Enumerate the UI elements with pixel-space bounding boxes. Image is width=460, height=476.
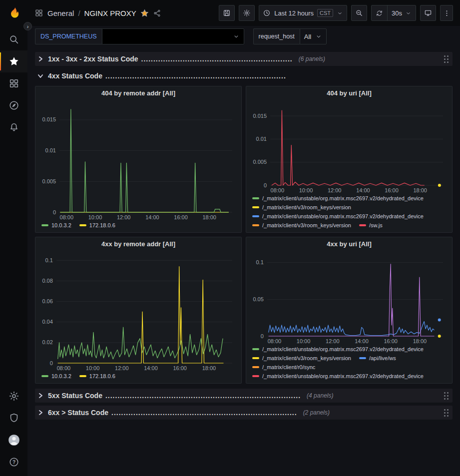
svg-text:0.01: 0.01 bbox=[256, 136, 267, 142]
sidebar-item-alerting[interactable] bbox=[0, 116, 27, 138]
row-6xx[interactable]: 6xx > Status Code ......................… bbox=[35, 406, 453, 420]
legend-series-marker bbox=[252, 206, 259, 208]
more-options-button[interactable] bbox=[440, 5, 453, 21]
legend-item[interactable]: /_matrix/client/r0/sync bbox=[252, 364, 315, 370]
legend-series-label: 10.0.3.2 bbox=[51, 222, 71, 228]
sidebar-item-profile[interactable] bbox=[0, 429, 27, 451]
chart-404-by-uri[interactable]: 00.0050.010.01508:0010:0012:0014:0016:00… bbox=[248, 99, 450, 194]
chevron-down-icon bbox=[405, 10, 412, 16]
sidebar-item-dashboards[interactable] bbox=[0, 72, 27, 94]
kiosk-mode-button[interactable] bbox=[420, 5, 436, 21]
refresh-interval-dropdown[interactable]: 30s bbox=[387, 5, 416, 20]
search-icon bbox=[8, 34, 19, 45]
legend-series-marker bbox=[252, 215, 259, 217]
star-icon bbox=[8, 56, 19, 67]
share-icon[interactable] bbox=[153, 9, 161, 17]
left-sidebar: ? › bbox=[0, 0, 27, 476]
legend-item[interactable]: 172.18.0.6 bbox=[79, 222, 115, 228]
chart-canvas[interactable]: 00.020.040.060.080.108:0010:0012:0014:00… bbox=[37, 250, 239, 372]
legend-series-label: /_matrix/client/r0/sync bbox=[262, 364, 315, 370]
zoom-out-icon bbox=[355, 9, 363, 17]
chart-4xx-by-remote-addr[interactable]: 00.020.040.060.080.108:0010:0012:0014:00… bbox=[37, 250, 239, 372]
sidebar-item-server-admin[interactable] bbox=[0, 407, 27, 429]
svg-text:08:00: 08:00 bbox=[268, 338, 282, 344]
var-datasource-dropdown[interactable] bbox=[102, 28, 244, 44]
legend-series-label: /_matrix/client/v3/room_keys/version bbox=[262, 204, 351, 210]
var-request-host-value: All bbox=[304, 33, 311, 40]
var-request-host-label[interactable]: request_host bbox=[253, 28, 300, 44]
legend-item[interactable]: /_matrix/client/unstable/org.matrix.msc2… bbox=[252, 373, 424, 379]
sidebar-item-search[interactable] bbox=[0, 28, 27, 50]
var-request-host-dropdown[interactable]: All bbox=[300, 28, 327, 44]
legend-item[interactable]: 10.0.3.2 bbox=[41, 222, 71, 228]
svg-text:0.06: 0.06 bbox=[42, 298, 52, 304]
chart-canvas[interactable]: 00.0050.010.01508:0010:0012:0014:0016:00… bbox=[248, 99, 450, 194]
save-dashboard-button[interactable] bbox=[219, 5, 235, 21]
time-range-picker[interactable]: Last 12 hours CST bbox=[259, 5, 347, 21]
sidebar-item-configuration[interactable] bbox=[0, 385, 27, 407]
legend-series-marker bbox=[252, 375, 259, 377]
panel-grid: 404 by remote addr [All] 00.0050.010.015… bbox=[35, 86, 453, 384]
legend-item[interactable]: /_matrix/client/v3/room_keys/version bbox=[252, 355, 351, 361]
legend-item[interactable]: /_matrix/client/unstable/org.matrix.msc2… bbox=[252, 213, 424, 219]
breadcrumb: General / NGINX PROXY bbox=[34, 8, 161, 17]
chart-404-by-remote-addr[interactable]: 00.0050.010.01508:0010:0012:0014:0016:00… bbox=[37, 99, 239, 221]
svg-text:16:00: 16:00 bbox=[384, 338, 398, 344]
legend-item[interactable]: /_matrix/client/v3/room_keys/version bbox=[252, 204, 351, 210]
legend-item[interactable]: 10.0.3.2 bbox=[41, 373, 71, 379]
svg-text:0.015: 0.015 bbox=[42, 116, 56, 122]
svg-text:16:00: 16:00 bbox=[385, 187, 399, 193]
svg-text:16:00: 16:00 bbox=[173, 365, 187, 371]
chart-canvas[interactable]: 00.0050.010.01508:0010:0012:0014:0016:00… bbox=[37, 99, 239, 221]
grafana-logo[interactable] bbox=[5, 4, 22, 21]
row-drag-handle[interactable] bbox=[444, 55, 450, 63]
legend-series-marker bbox=[41, 224, 48, 226]
dashboard-title[interactable]: NGINX PROXY bbox=[84, 9, 136, 17]
dashboards-grid-icon bbox=[34, 8, 43, 17]
row-4xx[interactable]: 4xx Status Code ........................… bbox=[35, 69, 453, 83]
sidebar-item-help[interactable]: ? bbox=[0, 451, 27, 473]
panel-title[interactable]: 404 by remote addr [All] bbox=[35, 86, 241, 99]
svg-text:14:00: 14:00 bbox=[145, 214, 159, 220]
row-drag-handle[interactable] bbox=[444, 409, 450, 417]
svg-text:0.005: 0.005 bbox=[253, 159, 267, 165]
svg-text:0.04: 0.04 bbox=[42, 319, 52, 325]
bell-icon bbox=[8, 122, 19, 133]
legend-series-marker bbox=[252, 197, 259, 199]
legend-item[interactable]: /api/live/ws bbox=[359, 355, 396, 361]
row-1xx-3xx-2xx[interactable]: 1xx - 3xx - 2xx Status Code ............… bbox=[35, 52, 453, 66]
gear-icon bbox=[8, 391, 19, 402]
breadcrumb-folder[interactable]: General bbox=[47, 9, 74, 17]
var-datasource-label[interactable]: DS_PROMETHEUS bbox=[35, 28, 102, 44]
sidebar-item-explore[interactable] bbox=[0, 94, 27, 116]
legend-item[interactable]: /_matrix/client/unstable/org.matrix.msc2… bbox=[252, 195, 424, 201]
legend-item[interactable]: /_matrix/client/v3/room_keys/version bbox=[252, 222, 351, 228]
svg-text:10:00: 10:00 bbox=[86, 365, 100, 371]
panel-title[interactable]: 4xx by remote addr [All] bbox=[35, 237, 241, 250]
panel-title[interactable]: 4xx by uri [All] bbox=[246, 237, 452, 250]
legend-series-marker bbox=[79, 224, 86, 226]
refresh-icon bbox=[376, 9, 383, 17]
legend-series-label: 10.0.3.2 bbox=[51, 373, 71, 379]
svg-text:10:00: 10:00 bbox=[299, 187, 313, 193]
kebab-menu-icon bbox=[443, 9, 451, 17]
row-title: 4xx Status Code bbox=[48, 72, 102, 80]
legend-item[interactable]: /_matrix/client/unstable/org.matrix.msc2… bbox=[252, 346, 424, 352]
apps-grid-icon bbox=[8, 78, 19, 89]
sidebar-expand-button[interactable]: › bbox=[23, 22, 32, 30]
timezone-badge: CST bbox=[317, 9, 333, 17]
row-5xx[interactable]: 5xx Status Code ........................… bbox=[35, 389, 453, 403]
panel-title[interactable]: 404 by uri [All] bbox=[246, 86, 452, 99]
sidebar-item-starred[interactable] bbox=[0, 50, 27, 72]
chart-canvas[interactable]: 00.050.108:0010:0012:0014:0016:0018:00 bbox=[248, 250, 450, 345]
refresh-button-group: 30s bbox=[371, 5, 416, 21]
chart-4xx-by-uri[interactable]: 00.050.108:0010:0012:0014:0016:0018:00 bbox=[248, 250, 450, 345]
row-drag-handle[interactable] bbox=[444, 392, 450, 400]
row-leader-dots: ........................................… bbox=[105, 392, 301, 400]
legend-item[interactable]: 172.18.0.6 bbox=[79, 373, 115, 379]
favorite-star-icon[interactable] bbox=[140, 9, 149, 17]
zoom-out-time-button[interactable] bbox=[351, 5, 367, 21]
refresh-button[interactable] bbox=[372, 5, 387, 20]
dashboard-settings-button[interactable] bbox=[239, 5, 255, 21]
legend-item[interactable]: /sw.js bbox=[359, 222, 383, 228]
